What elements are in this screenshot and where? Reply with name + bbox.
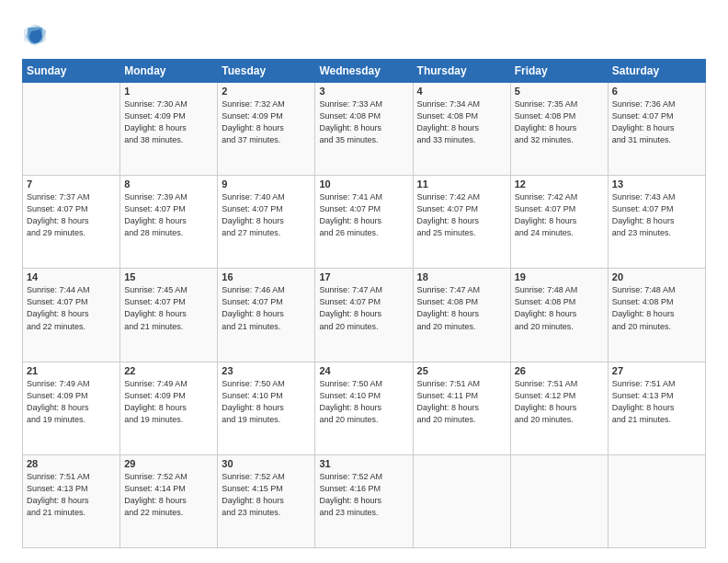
day-number: 1 [124,86,213,97]
logo [22,22,51,48]
calendar-cell: 17Sunrise: 7:47 AM Sunset: 4:07 PM Dayli… [315,269,413,362]
day-number: 21 [27,365,116,376]
day-info: Sunrise: 7:34 AM Sunset: 4:08 PM Dayligh… [417,98,506,146]
day-number: 27 [612,365,701,376]
calendar-cell: 31Sunrise: 7:52 AM Sunset: 4:16 PM Dayli… [315,454,413,547]
calendar-cell: 20Sunrise: 7:48 AM Sunset: 4:08 PM Dayli… [608,269,705,362]
day-info: Sunrise: 7:49 AM Sunset: 4:09 PM Dayligh… [27,378,116,426]
week-row-1: 1Sunrise: 7:30 AM Sunset: 4:09 PM Daylig… [23,83,706,176]
day-info: Sunrise: 7:33 AM Sunset: 4:08 PM Dayligh… [319,98,408,146]
day-info: Sunrise: 7:51 AM Sunset: 4:13 PM Dayligh… [27,471,116,519]
day-info: Sunrise: 7:36 AM Sunset: 4:07 PM Dayligh… [612,98,701,146]
calendar-cell: 6Sunrise: 7:36 AM Sunset: 4:07 PM Daylig… [608,83,705,176]
day-number: 19 [515,271,604,282]
day-number: 30 [222,458,311,469]
day-number: 16 [222,271,311,282]
day-info: Sunrise: 7:52 AM Sunset: 4:14 PM Dayligh… [124,471,213,519]
day-number: 11 [417,178,506,190]
day-info: Sunrise: 7:32 AM Sunset: 4:09 PM Dayligh… [222,98,311,146]
day-info: Sunrise: 7:52 AM Sunset: 4:15 PM Dayligh… [222,471,311,519]
day-number: 3 [319,86,408,97]
week-row-2: 7Sunrise: 7:37 AM Sunset: 4:07 PM Daylig… [23,176,706,269]
calendar-cell: 3Sunrise: 7:33 AM Sunset: 4:08 PM Daylig… [315,83,413,176]
day-info: Sunrise: 7:45 AM Sunset: 4:07 PM Dayligh… [124,284,213,332]
day-info: Sunrise: 7:37 AM Sunset: 4:07 PM Dayligh… [27,191,116,239]
day-info: Sunrise: 7:39 AM Sunset: 4:07 PM Dayligh… [124,191,213,239]
calendar-cell: 27Sunrise: 7:51 AM Sunset: 4:13 PM Dayli… [608,362,705,454]
calendar-cell: 16Sunrise: 7:46 AM Sunset: 4:07 PM Dayli… [218,269,315,362]
day-info: Sunrise: 7:46 AM Sunset: 4:07 PM Dayligh… [222,284,311,332]
day-info: Sunrise: 7:30 AM Sunset: 4:09 PM Dayligh… [124,98,213,146]
day-info: Sunrise: 7:44 AM Sunset: 4:07 PM Dayligh… [27,284,116,332]
calendar-cell: 11Sunrise: 7:42 AM Sunset: 4:07 PM Dayli… [413,176,510,269]
day-header-friday: Friday [510,60,608,83]
day-info: Sunrise: 7:50 AM Sunset: 4:10 PM Dayligh… [319,378,408,426]
day-number: 2 [222,86,311,97]
day-number: 10 [319,178,408,190]
day-header-sunday: Sunday [23,60,120,83]
day-number: 20 [612,271,701,282]
day-number: 28 [27,458,116,469]
calendar-cell: 1Sunrise: 7:30 AM Sunset: 4:09 PM Daylig… [120,83,218,176]
day-number: 23 [222,365,311,376]
calendar-cell [510,454,608,547]
day-info: Sunrise: 7:42 AM Sunset: 4:07 PM Dayligh… [515,191,604,239]
calendar-cell: 15Sunrise: 7:45 AM Sunset: 4:07 PM Dayli… [120,269,218,362]
day-number: 9 [222,178,311,190]
day-number: 5 [515,86,604,97]
day-number: 7 [27,178,116,190]
day-info: Sunrise: 7:43 AM Sunset: 4:07 PM Dayligh… [612,191,701,239]
calendar-cell: 26Sunrise: 7:51 AM Sunset: 4:12 PM Dayli… [510,362,608,454]
day-number: 18 [417,271,506,282]
day-info: Sunrise: 7:52 AM Sunset: 4:16 PM Dayligh… [319,471,408,519]
day-number: 31 [319,458,408,469]
day-info: Sunrise: 7:47 AM Sunset: 4:07 PM Dayligh… [319,284,408,332]
day-number: 24 [319,365,408,376]
day-header-tuesday: Tuesday [218,60,315,83]
week-row-3: 14Sunrise: 7:44 AM Sunset: 4:07 PM Dayli… [23,269,706,362]
day-number: 12 [515,178,604,190]
day-header-thursday: Thursday [413,60,510,83]
day-number: 25 [417,365,506,376]
calendar-cell: 10Sunrise: 7:41 AM Sunset: 4:07 PM Dayli… [315,176,413,269]
day-number: 13 [612,178,701,190]
calendar-cell: 22Sunrise: 7:49 AM Sunset: 4:09 PM Dayli… [120,362,218,454]
day-info: Sunrise: 7:51 AM Sunset: 4:12 PM Dayligh… [515,378,604,426]
day-info: Sunrise: 7:35 AM Sunset: 4:08 PM Dayligh… [515,98,604,146]
calendar-cell: 4Sunrise: 7:34 AM Sunset: 4:08 PM Daylig… [413,83,510,176]
day-number: 29 [124,458,213,469]
day-info: Sunrise: 7:48 AM Sunset: 4:08 PM Dayligh… [612,284,701,332]
day-info: Sunrise: 7:42 AM Sunset: 4:07 PM Dayligh… [417,191,506,239]
calendar-cell: 14Sunrise: 7:44 AM Sunset: 4:07 PM Dayli… [23,269,120,362]
day-info: Sunrise: 7:50 AM Sunset: 4:10 PM Dayligh… [222,378,311,426]
day-number: 22 [124,365,213,376]
calendar-cell: 8Sunrise: 7:39 AM Sunset: 4:07 PM Daylig… [120,176,218,269]
calendar-cell [608,454,705,547]
calendar-cell: 13Sunrise: 7:43 AM Sunset: 4:07 PM Dayli… [608,176,705,269]
day-info: Sunrise: 7:49 AM Sunset: 4:09 PM Dayligh… [124,378,213,426]
calendar-cell: 19Sunrise: 7:48 AM Sunset: 4:08 PM Dayli… [510,269,608,362]
calendar-cell: 28Sunrise: 7:51 AM Sunset: 4:13 PM Dayli… [23,454,120,547]
calendar-cell: 18Sunrise: 7:47 AM Sunset: 4:08 PM Dayli… [413,269,510,362]
calendar-cell [23,83,120,176]
day-info: Sunrise: 7:41 AM Sunset: 4:07 PM Dayligh… [319,191,408,239]
day-info: Sunrise: 7:40 AM Sunset: 4:07 PM Dayligh… [222,191,311,239]
calendar-cell: 5Sunrise: 7:35 AM Sunset: 4:08 PM Daylig… [510,83,608,176]
day-number: 4 [417,86,506,97]
calendar-cell: 21Sunrise: 7:49 AM Sunset: 4:09 PM Dayli… [23,362,120,454]
header [22,18,706,48]
day-number: 14 [27,271,116,282]
calendar-cell: 9Sunrise: 7:40 AM Sunset: 4:07 PM Daylig… [218,176,315,269]
day-info: Sunrise: 7:51 AM Sunset: 4:11 PM Dayligh… [417,378,506,426]
calendar-cell: 25Sunrise: 7:51 AM Sunset: 4:11 PM Dayli… [413,362,510,454]
day-number: 6 [612,86,701,97]
day-number: 8 [124,178,213,190]
calendar-cell: 23Sunrise: 7:50 AM Sunset: 4:10 PM Dayli… [218,362,315,454]
week-row-4: 21Sunrise: 7:49 AM Sunset: 4:09 PM Dayli… [23,362,706,454]
calendar-table: SundayMondayTuesdayWednesdayThursdayFrid… [22,59,706,548]
day-info: Sunrise: 7:51 AM Sunset: 4:13 PM Dayligh… [612,378,701,426]
day-number: 15 [124,271,213,282]
day-header-wednesday: Wednesday [315,60,413,83]
calendar-cell: 24Sunrise: 7:50 AM Sunset: 4:10 PM Dayli… [315,362,413,454]
calendar-cell: 7Sunrise: 7:37 AM Sunset: 4:07 PM Daylig… [23,176,120,269]
